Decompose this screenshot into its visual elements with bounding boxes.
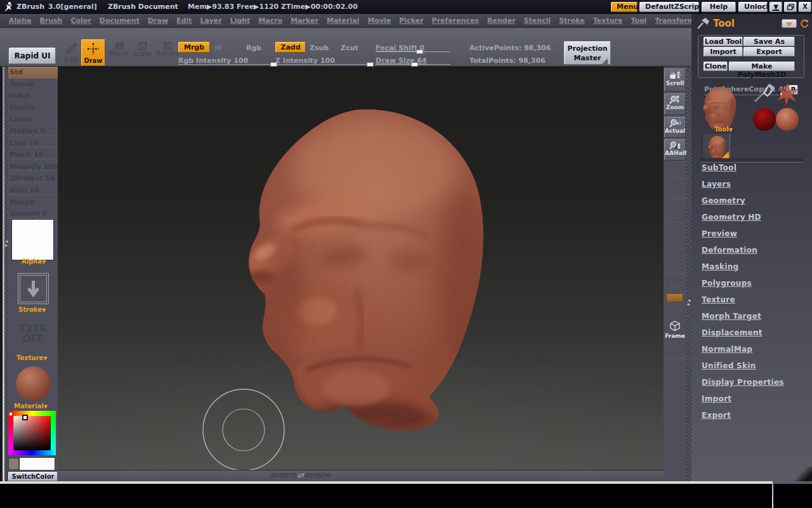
menu-movie[interactable]: Movie: [367, 17, 391, 25]
polysphere-tool-icon[interactable]: [776, 108, 799, 131]
actual-button[interactable]: x1 Actual: [664, 117, 686, 138]
color-picker[interactable]: [8, 411, 56, 455]
section-geometry[interactable]: Geometry: [702, 196, 745, 205]
menu-alpha[interactable]: Alpha: [9, 17, 31, 25]
restore-icon[interactable]: [784, 2, 797, 12]
brush-item-clay[interactable]: Clay10: [8, 138, 58, 150]
move-shelf-button[interactable]: Move: [664, 210, 686, 225]
menu-picker[interactable]: Picker: [399, 17, 423, 25]
tool-history-thumbnail[interactable]: [702, 133, 730, 161]
hue-selector-handle[interactable]: [8, 411, 13, 417]
brush-item-layer[interactable]: Layer: [8, 114, 58, 126]
section-preview[interactable]: Preview: [702, 229, 737, 238]
focal-shift-handle[interactable]: [416, 50, 423, 54]
zadd-button[interactable]: Zadd: [275, 42, 306, 53]
material-swatch[interactable]: [16, 366, 51, 401]
section-export[interactable]: Export: [702, 411, 731, 420]
menu-render[interactable]: Render: [487, 17, 516, 25]
palette-menu-icon[interactable]: [782, 19, 797, 28]
brush-item-flatten[interactable]: Flatten0: [8, 126, 58, 138]
draw-size-handle[interactable]: [411, 62, 418, 67]
horizontal-scroll-grip[interactable]: ▲▼: [271, 472, 337, 478]
right-tray-grip-icon[interactable]: ◀▶: [686, 298, 691, 306]
secondary-color-swatch[interactable]: [19, 457, 55, 471]
menu-brush[interactable]: Brush: [39, 17, 62, 25]
zoom-button[interactable]: Zoom: [664, 93, 686, 115]
z-intensity-handle[interactable]: [367, 62, 374, 67]
rapid-ui-button[interactable]: Rapid UI: [9, 48, 56, 64]
transp-button[interactable]: Transp: [664, 346, 686, 362]
make-polymesh3d-button[interactable]: Make PolyMesh3D: [729, 62, 795, 71]
restore-config-icon[interactable]: [799, 19, 809, 29]
axis-active-indicator[interactable]: [666, 293, 683, 302]
texture-off-swatch[interactable]: TXTROFF: [8, 324, 58, 344]
menu-transform[interactable]: Transform: [655, 17, 695, 25]
m-button[interactable]: M: [214, 44, 221, 52]
texture-selector[interactable]: Texture▼: [16, 354, 48, 361]
menu-stroke[interactable]: Stroke: [559, 17, 585, 25]
right-tray-divider[interactable]: ◀▶: [686, 67, 691, 481]
scale-button[interactable]: SScale: [132, 42, 152, 57]
brush-item-blob[interactable]: Blob10: [8, 185, 58, 197]
unlock-button[interactable]: Unlock: [738, 2, 768, 12]
section-masking[interactable]: Masking: [702, 262, 739, 271]
help-button[interactable]: Help: [702, 2, 736, 12]
section-geometry-hd[interactable]: Geometry HD: [702, 213, 761, 222]
star3d-tool-icon[interactable]: [775, 83, 799, 107]
brush-item-magnify[interactable]: Magnify100: [8, 161, 58, 173]
section-morph-target[interactable]: Morph Target: [702, 312, 761, 321]
hue-bar-top[interactable]: [8, 411, 56, 416]
import-tool-button[interactable]: Import: [704, 47, 743, 57]
menus-button[interactable]: Menus: [611, 2, 638, 12]
rotate-button[interactable]: RRotate: [156, 42, 179, 57]
alpha-swatch[interactable]: [11, 219, 54, 260]
menu-draw[interactable]: Draw: [148, 17, 168, 25]
move-button[interactable]: MMove: [109, 42, 129, 57]
brush-item-tweak[interactable]: Tweak: [8, 79, 58, 91]
rotate-shelf-button[interactable]: Rotate: [664, 260, 686, 276]
section-display-properties[interactable]: Display Properties: [702, 378, 784, 387]
section-unified-skin[interactable]: Unified Skin: [702, 361, 756, 370]
menu-material[interactable]: Material: [327, 17, 359, 25]
brush-item-inflat[interactable]: Inflat: [8, 90, 58, 102]
section-texture[interactable]: Texture: [702, 295, 735, 304]
rollup-icon[interactable]: ▼: [769, 2, 782, 12]
scroll-button[interactable]: Scroll: [664, 69, 686, 91]
brush-item-zproject[interactable]: ZProject50: [8, 173, 58, 185]
load-tool-button[interactable]: Load Tool: [704, 37, 743, 46]
stroke-selector[interactable]: Stroke▼: [18, 306, 46, 313]
shelf-ghost-button[interactable]: [664, 306, 686, 316]
document-canvas[interactable]: [58, 67, 664, 470]
menu-texture[interactable]: Texture: [593, 17, 623, 25]
sphere3d-tool-icon[interactable]: [753, 108, 776, 131]
aahalf-button[interactable]: AAHalf: [664, 139, 686, 161]
brush-item-elastic[interactable]: Elastic: [8, 102, 58, 114]
hue-bar-left[interactable]: [8, 416, 13, 450]
switch-color-button[interactable]: SwitchColor: [8, 472, 58, 481]
menu-stencil[interactable]: Stencil: [524, 17, 551, 25]
mrgb-button[interactable]: Mrgb: [178, 42, 210, 53]
alpha-selector[interactable]: Alpha▼: [22, 258, 46, 265]
close-icon[interactable]: X: [799, 2, 811, 12]
section-polygroups[interactable]: Polygroups: [702, 279, 752, 288]
menu-light[interactable]: Light: [230, 17, 251, 25]
main-color-swatch[interactable]: [8, 458, 19, 470]
stroke-swatch[interactable]: [18, 273, 49, 304]
menu-edit[interactable]: Edit: [176, 17, 192, 25]
menu-preferences[interactable]: Preferences: [432, 17, 479, 25]
hue-bar-bottom[interactable]: [8, 450, 56, 455]
current-tool-thumbnail[interactable]: [697, 85, 743, 131]
menu-macro[interactable]: Macro: [258, 17, 282, 25]
section-subtool[interactable]: SubTool: [702, 163, 737, 172]
scale-shelf-button[interactable]: Scale: [664, 235, 686, 251]
menu-tool[interactable]: Tool: [631, 17, 646, 25]
material-selector[interactable]: Material▼: [14, 403, 48, 410]
section-normalmap[interactable]: NormalMap: [702, 345, 752, 354]
section-displacement[interactable]: Displacement: [702, 328, 763, 337]
section-layers[interactable]: Layers: [702, 180, 731, 189]
lsym-button[interactable]: L.Sym: [664, 185, 686, 201]
hue-bar-right[interactable]: [51, 416, 56, 450]
menu-color[interactable]: Color: [70, 17, 91, 25]
export-tool-button[interactable]: Export: [743, 47, 795, 57]
frame-button[interactable]: Frame: [664, 321, 686, 339]
